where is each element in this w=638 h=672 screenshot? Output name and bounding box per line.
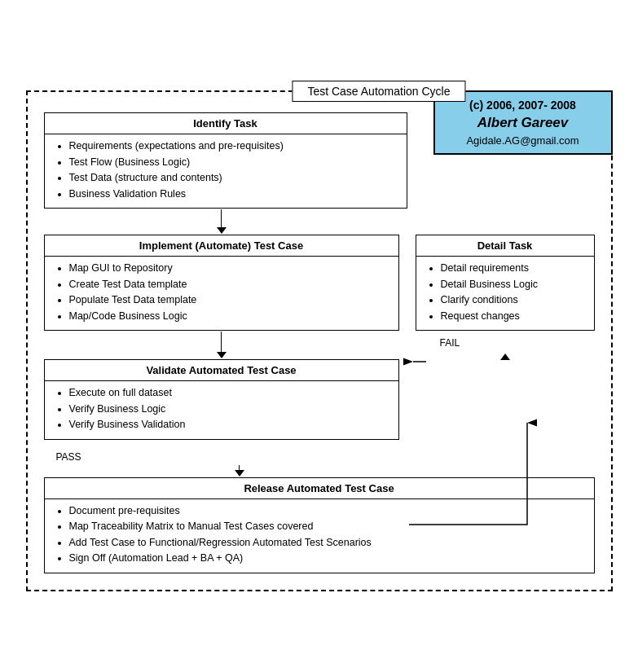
implement-item-1: Map GUI to Repository xyxy=(69,261,390,276)
arrow-identify-to-implement xyxy=(44,209,595,235)
main-wrapper: Test Case Automation Cycle (c) 2006, 200… xyxy=(26,81,613,591)
detail-task-content: Detail requirements Detail Business Logi… xyxy=(416,257,594,330)
validate-item-3: Verify Business Validation xyxy=(69,418,390,433)
two-col-row: Implement (Automate) Test Case Map GUI t… xyxy=(44,235,595,440)
pass-label: PASS xyxy=(56,451,81,463)
page-container: Test Case Automation Cycle (c) 2006, 200… xyxy=(0,0,638,672)
arrow-validate-to-release xyxy=(44,464,595,477)
detail-task-list: Detail requirements Detail Business Logi… xyxy=(433,261,586,323)
identify-task-content: Requirements (expectations and pre-requi… xyxy=(45,134,407,208)
identify-item-4: Business Validation Rules xyxy=(69,187,398,202)
implement-task-list: Map GUI to Repository Create Test Data t… xyxy=(61,261,390,323)
identify-task-list: Requirements (expectations and pre-requi… xyxy=(61,139,398,201)
detail-item-2: Detail Business Logic xyxy=(441,278,586,292)
detail-task-title: Detail Task xyxy=(416,235,594,257)
identify-task-block: Identify Task Requirements (expectations… xyxy=(44,112,407,209)
release-task-list: Document pre-requisites Map Traceability… xyxy=(61,504,586,566)
detail-item-3: Clarify conditions xyxy=(441,293,586,308)
implement-item-4: Map/Code Business Logic xyxy=(69,310,390,324)
detail-col: Detail Task Detail requirements Detail B… xyxy=(416,235,595,352)
copyright-author: Albert Gareev xyxy=(445,115,601,131)
identify-task-title: Identify Task xyxy=(45,113,407,134)
fail-area: FAIL xyxy=(416,337,595,352)
detail-task-block: Detail Task Detail requirements Detail B… xyxy=(416,235,595,331)
release-task-block: Release Automated Test Case Document pre… xyxy=(44,477,595,573)
release-item-4: Sign Off (Automation Lead + BA + QA) xyxy=(69,551,586,566)
pass-label-area: PASS xyxy=(44,440,595,464)
release-task-title: Release Automated Test Case xyxy=(45,478,594,499)
validate-task-list: Execute on full dataset Verify Business … xyxy=(61,386,390,433)
release-item-2: Map Traceability Matrix to Manual Test C… xyxy=(69,520,586,534)
implement-item-2: Create Test Data template xyxy=(69,278,390,292)
detail-item-1: Detail requirements xyxy=(441,261,586,276)
release-item-1: Document pre-requisites xyxy=(69,504,586,519)
detail-spacer: Detail Task Detail requirements Detail B… xyxy=(416,235,595,331)
implement-task-block: Implement (Automate) Test Case Map GUI t… xyxy=(44,235,399,331)
detail-item-4: Request changes xyxy=(441,310,586,324)
arrow-implement-to-validate xyxy=(44,331,399,359)
validate-task-title: Validate Automated Test Case xyxy=(45,360,398,381)
implement-validate-col: Implement (Automate) Test Case Map GUI t… xyxy=(44,235,399,440)
fail-arrow-up xyxy=(500,354,510,360)
validate-item-1: Execute on full dataset xyxy=(69,386,390,401)
fail-label: FAIL xyxy=(416,337,460,349)
identify-wrapper: Identify Task Requirements (expectations… xyxy=(44,112,407,209)
identify-item-2: Test Flow (Business Logic) xyxy=(69,156,398,170)
validate-task-content: Execute on full dataset Verify Business … xyxy=(45,381,398,439)
outer-dashed-border: (c) 2006, 2007- 2008 Albert Gareev Agida… xyxy=(26,90,613,591)
validate-item-2: Verify Business Logic xyxy=(69,402,390,417)
diagram-title: Test Case Automation Cycle xyxy=(292,81,465,102)
release-item-3: Add Test Case to Functional/Regression A… xyxy=(69,536,586,551)
implement-item-3: Populate Test Data template xyxy=(69,293,390,308)
identify-item-1: Requirements (expectations and pre-requi… xyxy=(69,139,398,154)
release-task-content: Document pre-requisites Map Traceability… xyxy=(45,499,594,573)
validate-task-block: Validate Automated Test Case Execute on … xyxy=(44,359,399,440)
implement-task-title: Implement (Automate) Test Case xyxy=(45,235,398,257)
identify-item-3: Test Data (structure and contents) xyxy=(69,171,398,186)
copyright-email: Agidale.AG@gmail.com xyxy=(445,134,601,147)
implement-task-content: Map GUI to Repository Create Test Data t… xyxy=(45,257,398,330)
